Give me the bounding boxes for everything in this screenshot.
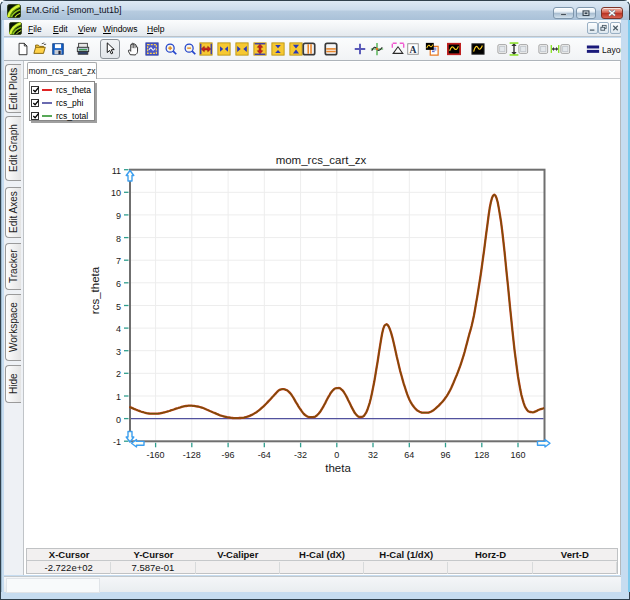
svg-text:mom_rcs_cart_zx: mom_rcs_cart_zx <box>276 154 367 166</box>
svg-text:2: 2 <box>116 369 121 379</box>
svg-text:4: 4 <box>116 324 121 334</box>
svg-text:9: 9 <box>116 211 121 221</box>
svg-text:0: 0 <box>116 415 121 425</box>
svg-text:96: 96 <box>440 450 450 460</box>
svg-text:11: 11 <box>112 166 121 176</box>
svg-text:8: 8 <box>116 234 121 244</box>
svg-text:A: A <box>410 44 417 55</box>
svg-text:1: 1 <box>116 392 121 402</box>
svg-text:-32: -32 <box>294 450 307 460</box>
svg-text:-160: -160 <box>147 450 165 460</box>
svg-text:-64: -64 <box>258 450 271 460</box>
svg-text:32: 32 <box>368 450 378 460</box>
svg-text:5: 5 <box>116 302 121 312</box>
svg-text:-96: -96 <box>222 450 235 460</box>
svg-text:rcs_theta: rcs_theta <box>89 266 101 314</box>
svg-text:7: 7 <box>116 256 121 266</box>
svg-text:3: 3 <box>116 347 121 357</box>
svg-text:10: 10 <box>111 188 121 198</box>
svg-text:6: 6 <box>116 279 121 289</box>
svg-text:64: 64 <box>404 450 414 460</box>
svg-text:128: 128 <box>474 450 489 460</box>
svg-text:160: 160 <box>510 450 525 460</box>
svg-text:0: 0 <box>334 450 339 460</box>
svg-text:theta: theta <box>325 462 351 474</box>
svg-text:-128: -128 <box>183 450 201 460</box>
svg-text:-1: -1 <box>113 437 121 447</box>
